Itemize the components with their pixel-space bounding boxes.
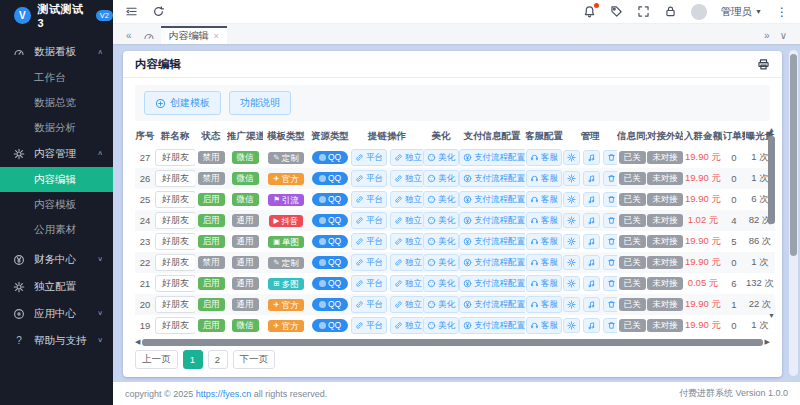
delete-button[interactable] <box>603 297 617 312</box>
group-name-input[interactable]: 好朋友 <box>155 212 195 229</box>
status-badge[interactable]: 启用 <box>198 277 225 290</box>
customer-service-button[interactable]: 客服 <box>526 191 562 207</box>
sidebar-item-help-support[interactable]: ? 帮助与支持 ∨ <box>0 327 113 354</box>
sync-status-badge[interactable]: 已关 <box>619 151 646 164</box>
independent-link-button[interactable]: 独立 <box>390 275 423 291</box>
music-button[interactable] <box>583 234 600 249</box>
status-badge[interactable]: 启用 <box>198 193 225 206</box>
resource-type-badge[interactable]: QQ <box>312 319 348 332</box>
platform-link-button[interactable]: 平台 <box>351 296 387 312</box>
channel-badge[interactable]: 微信 <box>232 319 259 332</box>
platform-link-button[interactable]: 平台 <box>351 149 387 165</box>
channel-badge[interactable]: 通用 <box>232 214 259 227</box>
tag-icon[interactable] <box>610 5 623 18</box>
resource-type-badge[interactable]: QQ <box>312 172 348 185</box>
channel-badge[interactable]: 微信 <box>232 172 259 185</box>
scroll-right-icon[interactable]: ▶ <box>765 338 770 346</box>
beautify-button[interactable]: 美化 <box>423 170 459 186</box>
app-logo[interactable]: V 测试测试3 V2 <box>0 0 113 30</box>
external-status-badge[interactable]: 未对接 <box>647 214 683 227</box>
platform-link-button[interactable]: 平台 <box>351 170 387 186</box>
independent-link-button[interactable]: 独立 <box>390 317 423 333</box>
external-status-badge[interactable]: 未对接 <box>647 172 683 185</box>
delete-button[interactable] <box>603 192 617 207</box>
customer-service-button[interactable]: 客服 <box>526 254 562 270</box>
settings-button[interactable] <box>563 318 580 333</box>
sidebar-collapse-icon[interactable] <box>125 5 138 18</box>
settings-button[interactable] <box>563 213 580 228</box>
independent-link-button[interactable]: 独立 <box>390 233 423 249</box>
template-type-badge[interactable]: ✎定制 <box>268 257 303 270</box>
resource-type-badge[interactable]: QQ <box>312 277 348 290</box>
payment-config-button[interactable]: 支付流程配置 <box>459 275 525 291</box>
beautify-button[interactable]: 美化 <box>423 296 459 312</box>
sidebar-item-content-edit[interactable]: 内容编辑 <box>0 167 113 192</box>
music-button[interactable] <box>583 150 600 165</box>
external-status-badge[interactable]: 未对接 <box>647 298 683 311</box>
music-button[interactable] <box>583 318 600 333</box>
sync-status-badge[interactable]: 已关 <box>619 214 646 227</box>
delete-button[interactable] <box>603 255 617 270</box>
resource-type-badge[interactable]: QQ <box>312 151 348 164</box>
payment-config-button[interactable]: 支付流程配置 <box>459 149 525 165</box>
table-horizontal-scrollbar[interactable]: ◀ ▶ <box>135 338 770 346</box>
scrollbar-thumb[interactable] <box>790 54 797 256</box>
settings-button[interactable] <box>563 297 580 312</box>
close-icon[interactable]: × <box>214 31 219 41</box>
music-button[interactable] <box>583 213 600 228</box>
template-type-badge[interactable]: ▣单图 <box>268 236 304 249</box>
tab-content-edit[interactable]: 内容编辑 × <box>161 26 227 44</box>
sync-status-badge[interactable]: 已关 <box>619 172 646 185</box>
lock-icon[interactable] <box>664 5 677 18</box>
sidebar-item-app-center[interactable]: 应用中心 ∨ <box>0 300 113 327</box>
resource-type-badge[interactable]: QQ <box>312 235 348 248</box>
independent-link-button[interactable]: 独立 <box>390 296 423 312</box>
channel-badge[interactable]: 微信 <box>232 193 259 206</box>
channel-badge[interactable]: 通用 <box>232 277 259 290</box>
independent-link-button[interactable]: 独立 <box>390 212 423 228</box>
settings-button[interactable] <box>563 255 580 270</box>
scrollbar-thumb[interactable] <box>142 339 762 346</box>
channel-badge[interactable]: 微信 <box>232 151 259 164</box>
scrollbar-thumb[interactable] <box>768 136 775 224</box>
payment-config-button[interactable]: 支付流程配置 <box>459 254 525 270</box>
status-badge[interactable]: 启用 <box>198 235 225 248</box>
payment-config-button[interactable]: 支付流程配置 <box>459 170 525 186</box>
settings-button[interactable] <box>563 150 580 165</box>
refresh-icon[interactable] <box>152 5 165 18</box>
customer-service-button[interactable]: 客服 <box>526 149 562 165</box>
beautify-button[interactable]: 美化 <box>423 254 459 270</box>
external-status-badge[interactable]: 未对接 <box>647 235 683 248</box>
independent-link-button[interactable]: 独立 <box>390 149 423 165</box>
payment-config-button[interactable]: 支付流程配置 <box>459 296 525 312</box>
prev-page-button[interactable]: 上一页 <box>135 350 178 369</box>
music-button[interactable] <box>583 297 600 312</box>
user-menu[interactable]: 管理员 ▼ <box>721 5 762 19</box>
home-tab-icon[interactable] <box>143 30 155 42</box>
group-name-input[interactable]: 好朋友 <box>155 191 195 208</box>
status-badge[interactable]: 启用 <box>198 214 225 227</box>
delete-button[interactable] <box>603 234 617 249</box>
status-badge[interactable]: 禁用 <box>198 256 225 269</box>
status-badge[interactable]: 启用 <box>198 319 225 332</box>
settings-button[interactable] <box>563 276 580 291</box>
payment-config-button[interactable]: 支付流程配置 <box>459 233 525 249</box>
payment-config-button[interactable]: 支付流程配置 <box>459 317 525 333</box>
tabs-scroll-right-icon[interactable]: » <box>759 30 775 44</box>
group-name-input[interactable]: 好朋友 <box>155 296 195 313</box>
channel-badge[interactable]: 通用 <box>232 298 259 311</box>
beautify-button[interactable]: 美化 <box>423 233 459 249</box>
help-button[interactable]: 功能说明 <box>229 91 291 115</box>
scroll-down-icon[interactable]: ▼ <box>767 312 776 320</box>
music-button[interactable] <box>583 171 600 186</box>
customer-service-button[interactable]: 客服 <box>526 296 562 312</box>
external-status-badge[interactable]: 未对接 <box>647 277 683 290</box>
resource-type-badge[interactable]: QQ <box>312 298 348 311</box>
sync-status-badge[interactable]: 已关 <box>619 256 646 269</box>
beautify-button[interactable]: 美化 <box>423 275 459 291</box>
resource-type-badge[interactable]: QQ <box>312 214 348 227</box>
beautify-button[interactable]: 美化 <box>423 149 459 165</box>
group-name-input[interactable]: 好朋友 <box>155 317 195 334</box>
page-button-1[interactable]: 1 <box>183 350 203 369</box>
customer-service-button[interactable]: 客服 <box>526 170 562 186</box>
